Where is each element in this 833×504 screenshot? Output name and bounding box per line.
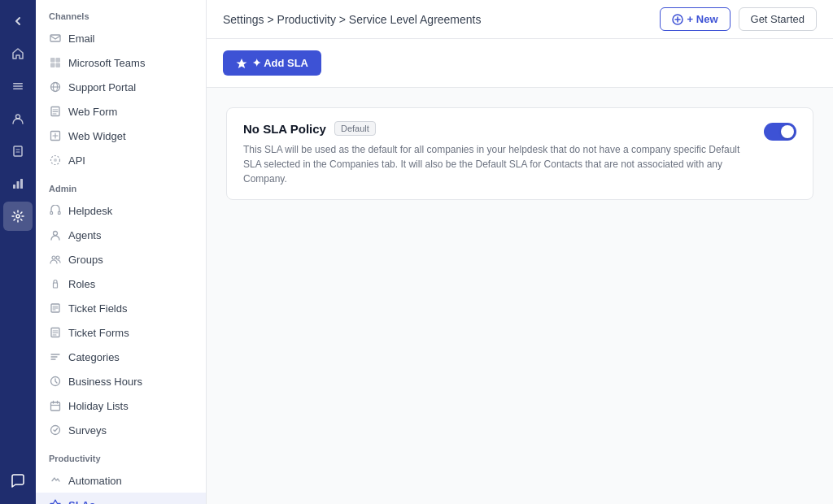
chart-nav-icon[interactable] bbox=[3, 169, 33, 198]
svg-rect-7 bbox=[20, 179, 23, 189]
svg-point-18 bbox=[54, 159, 57, 162]
breadcrumb: Settings > Productivity > Service Level … bbox=[223, 13, 482, 26]
svg-rect-0 bbox=[13, 83, 23, 85]
automation-icon bbox=[49, 474, 62, 487]
portal-icon bbox=[49, 80, 62, 93]
sidebar-item-teams[interactable]: Microsoft Teams bbox=[36, 50, 206, 75]
svg-rect-5 bbox=[13, 185, 15, 189]
slas-icon bbox=[49, 498, 62, 504]
content-area: ✦ Add SLA No SLA Policy Default This SLA… bbox=[207, 39, 833, 504]
sla-card-left: No SLA Policy Default This SLA will be u… bbox=[243, 121, 751, 186]
email-label: Email bbox=[68, 33, 95, 45]
sidebar-item-surveys[interactable]: Surveys bbox=[36, 418, 206, 442]
main-content: Settings > Productivity > Service Level … bbox=[207, 0, 833, 504]
holiday-lists-label: Holiday Lists bbox=[68, 400, 129, 412]
sidebar-item-business-hours[interactable]: Business Hours bbox=[36, 369, 206, 393]
topbar: Settings > Productivity > Service Level … bbox=[207, 0, 833, 39]
ticket-forms-label: Ticket Forms bbox=[68, 327, 129, 339]
sla-policy-description: This SLA will be used as the default for… bbox=[243, 142, 751, 186]
svg-rect-9 bbox=[50, 35, 60, 41]
sla-policy-card: No SLA Policy Default This SLA will be u… bbox=[226, 107, 813, 200]
helpdesk-label: Helpdesk bbox=[68, 205, 112, 217]
book-nav-icon[interactable] bbox=[3, 137, 33, 166]
sidebar-item-webform[interactable]: Web Form bbox=[36, 99, 206, 124]
sidebar-item-ticket-forms[interactable]: Ticket Forms bbox=[36, 320, 206, 345]
svg-rect-11 bbox=[56, 58, 61, 63]
default-badge: Default bbox=[334, 121, 376, 136]
sidebar-item-categories[interactable]: Categories bbox=[36, 345, 206, 369]
sidebar-item-groups[interactable]: Groups bbox=[36, 247, 206, 272]
categories-icon bbox=[49, 350, 62, 363]
roles-label: Roles bbox=[68, 278, 95, 290]
plus-circle-icon bbox=[672, 14, 683, 25]
api-label: API bbox=[68, 154, 85, 167]
sla-toggle[interactable] bbox=[764, 123, 796, 141]
back-nav-icon[interactable] bbox=[3, 7, 33, 36]
home-nav-icon[interactable] bbox=[3, 39, 33, 68]
webwidget-label: Web Widget bbox=[68, 130, 126, 142]
api-icon bbox=[49, 154, 62, 167]
sidebar-item-automation[interactable]: Automation bbox=[36, 468, 206, 493]
content-toolbar: ✦ Add SLA bbox=[207, 39, 833, 88]
sla-title-row: No SLA Policy Default bbox=[243, 121, 751, 136]
svg-rect-6 bbox=[17, 181, 20, 189]
content-body: No SLA Policy Default This SLA will be u… bbox=[207, 88, 833, 219]
chat-nav-icon[interactable] bbox=[3, 467, 33, 496]
svg-rect-4 bbox=[14, 146, 22, 156]
sidebar-item-email[interactable]: Email bbox=[36, 26, 206, 50]
svg-rect-2 bbox=[13, 89, 23, 90]
webform-label: Web Form bbox=[68, 106, 117, 118]
teams-label: Microsoft Teams bbox=[68, 57, 145, 69]
svg-rect-1 bbox=[13, 85, 23, 87]
svg-point-8 bbox=[16, 215, 20, 218]
svg-rect-20 bbox=[50, 212, 53, 215]
sidebar-item-agents[interactable]: Agents bbox=[36, 223, 206, 247]
new-button[interactable]: + New bbox=[660, 7, 731, 31]
ticket-fields-icon bbox=[49, 302, 62, 315]
svg-rect-29 bbox=[51, 402, 60, 411]
topbar-actions: + New Get Started bbox=[660, 7, 817, 31]
list-nav-icon[interactable] bbox=[3, 72, 33, 101]
svg-point-23 bbox=[52, 256, 55, 259]
settings-nav-icon[interactable] bbox=[3, 202, 33, 231]
sidebar-item-roles[interactable]: Roles bbox=[36, 272, 206, 296]
groups-label: Groups bbox=[68, 254, 103, 266]
sidebar-item-ticket-fields[interactable]: Ticket Fields bbox=[36, 296, 206, 320]
icon-nav bbox=[0, 0, 36, 504]
get-started-button[interactable]: Get Started bbox=[739, 7, 817, 31]
slas-label: SLAs bbox=[68, 499, 95, 505]
holiday-lists-icon bbox=[49, 399, 62, 412]
sidebar-item-webwidget[interactable]: Web Widget bbox=[36, 124, 206, 148]
add-sla-icon bbox=[236, 58, 247, 69]
svg-point-22 bbox=[54, 232, 58, 236]
groups-icon bbox=[49, 253, 62, 266]
categories-label: Categories bbox=[68, 351, 120, 363]
webform-icon bbox=[49, 105, 62, 118]
svg-rect-12 bbox=[50, 63, 55, 68]
sidebar-item-api[interactable]: API bbox=[36, 148, 206, 172]
svg-rect-10 bbox=[50, 58, 55, 63]
portal-label: Support Portal bbox=[68, 81, 136, 93]
agents-label: Agents bbox=[68, 229, 101, 241]
channels-section-header: Channels bbox=[36, 0, 206, 26]
sidebar: Channels Email Microsoft Teams Support P… bbox=[36, 0, 207, 504]
svg-rect-25 bbox=[54, 283, 58, 288]
add-sla-button[interactable]: ✦ Add SLA bbox=[223, 50, 321, 76]
sidebar-item-helpdesk[interactable]: Helpdesk bbox=[36, 198, 206, 223]
svg-rect-13 bbox=[56, 63, 61, 68]
email-icon bbox=[49, 32, 62, 45]
svg-point-24 bbox=[56, 256, 59, 259]
sidebar-item-slas[interactable]: SLAs bbox=[36, 493, 206, 504]
automation-label: Automation bbox=[68, 475, 122, 487]
roles-icon bbox=[49, 277, 62, 290]
ticket-forms-icon bbox=[49, 326, 62, 339]
surveys-label: Surveys bbox=[68, 424, 107, 437]
agents-icon bbox=[49, 228, 62, 241]
contacts-nav-icon[interactable] bbox=[3, 104, 33, 133]
svg-rect-21 bbox=[59, 212, 61, 215]
sidebar-item-portal[interactable]: Support Portal bbox=[36, 75, 206, 99]
business-hours-label: Business Hours bbox=[68, 376, 142, 388]
webwidget-icon bbox=[49, 129, 62, 142]
sidebar-item-holiday-lists[interactable]: Holiday Lists bbox=[36, 393, 206, 418]
sla-policy-name: No SLA Policy bbox=[243, 122, 326, 136]
